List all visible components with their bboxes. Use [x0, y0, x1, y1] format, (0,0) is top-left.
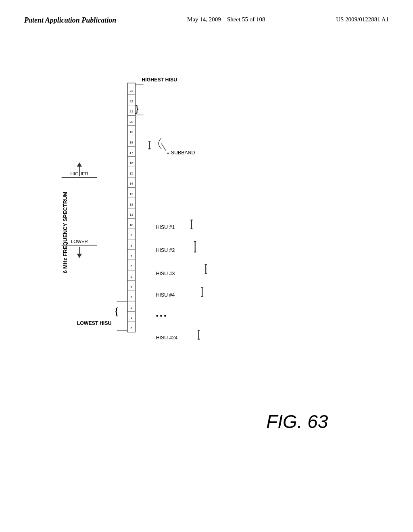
figure-label: FIG. 63	[266, 411, 328, 432]
freq-spectrum-label: 6 MHz FREQUENCY SPECTRUM	[62, 191, 68, 273]
publication-title: Patent Application Publication	[24, 16, 116, 25]
subband-22: 22	[129, 100, 133, 103]
subband-1: 1	[131, 316, 133, 320]
svg-marker-2	[77, 254, 82, 258]
subband-13: 13	[129, 192, 133, 196]
highest-brace: }	[135, 103, 138, 114]
diagram-svg: 6 MHz FREQUENCY SPECTRUM LOWER HIGHER	[24, 36, 389, 500]
hisu-24-label: HISU #24	[156, 335, 178, 341]
publication-number: US 2009/0122881 A1	[336, 16, 389, 23]
publication-date: May 14, 2009	[187, 16, 221, 23]
subband-16: 16	[129, 161, 133, 165]
subband-11: 11	[129, 213, 133, 216]
subband-18: 18	[129, 141, 133, 144]
svg-marker-5	[77, 162, 82, 167]
highest-hisu-label: HIGHEST HISU	[142, 77, 177, 83]
subband-6: 6	[131, 264, 133, 268]
hisu-3-label: HISU #3	[156, 271, 175, 276]
diagram-area: 6 MHz FREQUENCY SPECTRUM LOWER HIGHER	[24, 36, 389, 500]
subband-3: 3	[131, 295, 133, 299]
sheet-info: Sheet 55 of 108	[227, 16, 265, 23]
subband-10: 10	[129, 223, 133, 227]
subband-5: 5	[131, 275, 133, 278]
subband-19: 19	[129, 130, 133, 134]
subband-9: 9	[131, 233, 133, 237]
lowest-brace: {	[115, 305, 118, 316]
publication-date-sheet: May 14, 2009 Sheet 55 of 108	[187, 16, 265, 23]
subband-20: 20	[129, 120, 133, 124]
subband-14: 14	[129, 182, 133, 185]
hisu-1-label: HISU #1	[156, 224, 175, 230]
subband-21: 21	[129, 110, 133, 113]
subband-2: 2	[131, 306, 133, 310]
subband-4: 4	[131, 285, 133, 289]
page: Patent Application Publication May 14, 2…	[0, 0, 413, 532]
subband-15: 15	[129, 172, 133, 175]
ellipsis: • • •	[156, 312, 167, 319]
subband-23: 23	[129, 89, 133, 93]
hisu-4-label: HISU #4	[156, 292, 175, 298]
page-header: Patent Application Publication May 14, 2…	[24, 16, 389, 28]
subband-0: 0	[131, 326, 133, 330]
subband-7: 7	[131, 254, 133, 258]
hisu-2-label: HISU #2	[156, 247, 175, 253]
subband-17: 17	[129, 151, 133, 155]
lowest-hisu-label: LOWEST HISU	[77, 320, 112, 326]
svg-line-49	[161, 143, 166, 151]
subband-label: = SUBBAND	[167, 150, 195, 156]
subband-8: 8	[131, 244, 133, 247]
subband-12: 12	[129, 203, 133, 206]
lower-label: LOWER	[71, 239, 88, 244]
